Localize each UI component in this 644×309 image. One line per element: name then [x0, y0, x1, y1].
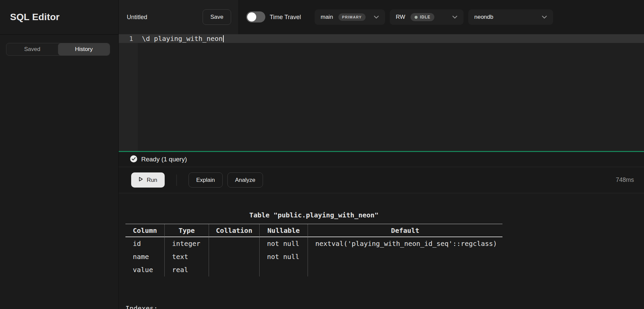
- toggle-knob: [247, 12, 256, 21]
- table-cell: [209, 263, 259, 276]
- time-travel-label: Time Travel: [270, 0, 301, 34]
- idle-status-dot-icon: [415, 16, 418, 19]
- indexes-label: Indexes:: [125, 302, 502, 309]
- compute-status-text: IDLE: [420, 15, 430, 19]
- table-row: value real: [125, 263, 502, 276]
- tab-history-label: History: [75, 46, 93, 53]
- table-cell: not null: [259, 250, 308, 263]
- column-header: Column: [125, 226, 164, 235]
- table-cell: [308, 250, 502, 263]
- time-travel-toggle[interactable]: [246, 11, 265, 22]
- table-cell: [209, 237, 259, 250]
- chevron-down-icon: [374, 15, 379, 19]
- tab-saved[interactable]: Saved: [6, 43, 58, 55]
- table-cell: integer: [164, 237, 209, 250]
- column-header: Nullable: [259, 224, 308, 237]
- query-duration: 748ms: [616, 176, 634, 184]
- database-select[interactable]: neondb: [468, 9, 553, 25]
- column-header: Type: [164, 224, 209, 237]
- table-cell: real: [164, 263, 209, 276]
- branch-name: main: [321, 14, 333, 20]
- run-button-label: Run: [147, 177, 157, 184]
- chevron-down-icon: [452, 15, 458, 19]
- table-cell: [209, 250, 259, 263]
- line-number: 1: [119, 34, 138, 43]
- table-row: name text not null: [125, 250, 502, 263]
- page-title: SQL Editor: [10, 12, 60, 22]
- sidebar: SQL Editor Saved History: [0, 0, 119, 309]
- analyze-button[interactable]: Analyze: [227, 172, 263, 188]
- chevron-down-icon: [542, 15, 547, 19]
- play-icon: [139, 176, 143, 184]
- result-table-header: Column Type Collation Nullable Default: [125, 224, 502, 237]
- branch-primary-badge: PRIMARY: [338, 13, 366, 21]
- text-cursor: [223, 35, 224, 42]
- compute-select[interactable]: RW IDLE: [390, 9, 464, 25]
- run-button[interactable]: Run: [131, 172, 165, 188]
- branch-select[interactable]: main PRIMARY: [315, 9, 385, 25]
- psql-output: Table "public.playing_with_neon" Column …: [125, 211, 502, 309]
- table-cell: value: [125, 263, 164, 276]
- column-header: Default: [308, 224, 502, 237]
- sql-code-editor[interactable]: 1 \d playing_with_neon: [119, 34, 644, 151]
- table-cell: not null: [259, 237, 308, 250]
- status-bar: Ready (1 query): [119, 151, 644, 167]
- table-cell: nextval('playing_with_neon_id_seq'::regc…: [308, 237, 502, 250]
- explain-button[interactable]: Explain: [189, 172, 223, 188]
- code-line[interactable]: \d playing_with_neon: [142, 34, 224, 43]
- result-table-title: Table "public.playing_with_neon": [125, 211, 502, 219]
- table-cell: name: [125, 250, 164, 263]
- results-panel: Table "public.playing_with_neon" Column …: [119, 193, 644, 309]
- main-panel: Untitled Save Time Travel main PRIMARY R…: [119, 0, 644, 309]
- saved-history-segmented-control: Saved History: [6, 43, 110, 56]
- topbar: Untitled Save Time Travel main PRIMARY R…: [119, 0, 644, 34]
- sidebar-header: SQL Editor: [0, 0, 118, 35]
- success-check-icon: [130, 155, 137, 164]
- editor-gutter: [119, 34, 138, 151]
- action-bar: Run Explain Analyze 748ms: [119, 167, 644, 193]
- database-name: neondb: [474, 14, 493, 20]
- table-cell: text: [164, 250, 209, 263]
- vertical-divider: [176, 174, 177, 186]
- code-text: \d playing_with_neon: [142, 35, 223, 43]
- indexes-section: Indexes: "playing_with_neon_pkey" PRIMAR…: [125, 277, 502, 309]
- query-tab[interactable]: Untitled Save: [119, 0, 239, 34]
- table-row: id integer not null nextval('playing_wit…: [125, 237, 502, 250]
- compute-mode: RW: [396, 14, 405, 20]
- table-cell: [308, 263, 502, 276]
- tab-history[interactable]: History: [58, 43, 110, 55]
- status-text: Ready (1 query): [141, 156, 187, 163]
- column-header: Collation: [209, 224, 259, 237]
- table-cell: id: [125, 237, 164, 250]
- save-button[interactable]: Save: [203, 9, 231, 25]
- query-title: Untitled: [127, 0, 147, 34]
- table-cell: [259, 263, 308, 276]
- tab-saved-label: Saved: [24, 46, 40, 53]
- compute-status-badge: IDLE: [411, 13, 434, 21]
